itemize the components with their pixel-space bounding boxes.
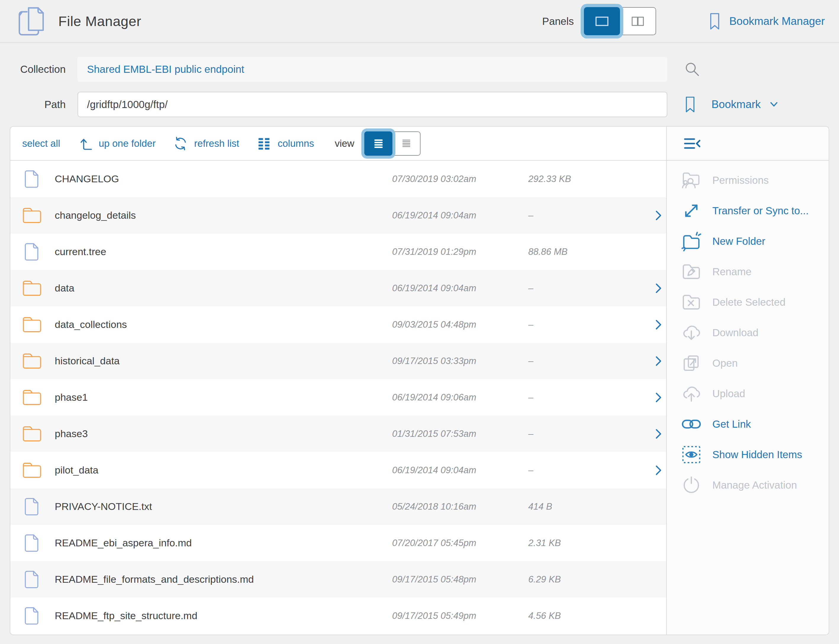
item-name: README_ftp_site_structure.md: [55, 610, 392, 621]
file-row-readme-ebi-aspera-info-md[interactable]: README_ebi_aspera_info.md 07/20/2017 05:…: [10, 525, 666, 561]
chevron-right-icon[interactable]: [647, 282, 665, 295]
collection-field[interactable]: Shared EMBL-EBI public endpoint: [77, 57, 667, 82]
item-type-icon: [22, 388, 55, 407]
bookmark-icon: [684, 96, 697, 113]
sidebar-item-label: Transfer or Sync to...: [713, 205, 808, 217]
condensed-view-button[interactable]: [392, 131, 420, 156]
delete-icon: [681, 291, 702, 313]
collection-name-link[interactable]: Shared EMBL-EBI public endpoint: [87, 63, 244, 75]
file-row-data-collections[interactable]: data_collections 09/03/2015 04:48pm –: [10, 306, 666, 343]
file-browser-card: select all up one folder refresh list co…: [10, 126, 829, 635]
item-size: 88.86 MB: [528, 246, 647, 257]
single-panel-icon: [594, 15, 610, 27]
new-folder-icon: [681, 230, 702, 252]
page-title: File Manager: [58, 13, 141, 29]
item-name: pilot_data: [55, 464, 392, 476]
chevron-right-icon[interactable]: [647, 464, 665, 477]
sidebar-item-label: Rename: [713, 266, 751, 278]
sidebar-item-download: Download: [667, 317, 829, 348]
path-row: Path Bookmark: [0, 92, 839, 117]
up-one-folder-icon: [77, 136, 93, 151]
file-row-readme-file-formats-and-descriptions-md[interactable]: README_file_formats_and_descriptions.md …: [10, 561, 666, 598]
item-size: –: [528, 319, 647, 330]
sidebar-item-new-folder[interactable]: New Folder: [667, 226, 829, 256]
sidebar-item-label: Download: [713, 327, 759, 338]
item-name: data_collections: [55, 319, 392, 330]
item-type-icon: [22, 169, 55, 189]
up-one-folder-button[interactable]: up one folder: [77, 136, 156, 151]
item-type-icon: [22, 315, 55, 334]
item-name: data: [55, 283, 392, 294]
open-icon: [681, 353, 702, 374]
columns-button[interactable]: columns: [256, 136, 314, 151]
item-size: –: [528, 210, 647, 221]
file-row-phase1[interactable]: phase1 06/19/2014 09:06am –: [10, 379, 666, 416]
sidebar-item-upload: Upload: [667, 378, 829, 409]
path-input[interactable]: [77, 92, 667, 117]
item-modified: 06/19/2014 09:06am: [392, 392, 528, 403]
search-icon[interactable]: [684, 61, 701, 78]
sidebar-menu: Permissions Transfer or Sync to... New F…: [666, 161, 829, 634]
sidebar-item-label: New Folder: [713, 235, 765, 247]
sidebar-item-delete-selected: Delete Selected: [667, 287, 829, 317]
sidebar-item-label: Permissions: [713, 174, 769, 186]
bookmark-dropdown-label: Bookmark: [711, 98, 761, 111]
item-size: 2.31 KB: [528, 538, 647, 549]
file-row-privacy-notice-txt[interactable]: PRIVACY-NOTICE.txt 05/24/2018 10:16am 41…: [10, 488, 666, 525]
item-size: 292.33 KB: [528, 174, 647, 184]
file-row-changelog[interactable]: CHANGELOG 07/30/2019 03:02am 292.33 KB: [10, 161, 666, 197]
sidebar-item-label: Open: [713, 357, 738, 369]
chevron-right-icon[interactable]: [647, 209, 665, 222]
item-modified: 05/24/2018 10:16am: [392, 501, 528, 512]
sidebar-item-show-hidden-items[interactable]: Show Hidden Items: [667, 439, 829, 470]
collection-row: Collection Shared EMBL-EBI public endpoi…: [0, 57, 839, 82]
file-row-phase3[interactable]: phase3 01/31/2015 07:53am –: [10, 416, 666, 452]
bookmark-manager-button[interactable]: Bookmark Manager: [708, 12, 825, 30]
sidebar-item-label: Delete Selected: [713, 296, 785, 308]
file-row-readme-ftp-site-structure-md[interactable]: README_ftp_site_structure.md 09/17/2015 …: [10, 598, 666, 634]
item-name: current.tree: [55, 246, 392, 258]
select-all-button[interactable]: select all: [22, 138, 60, 149]
item-modified: 06/19/2014 09:04am: [392, 283, 528, 294]
chevron-right-icon[interactable]: [647, 318, 665, 331]
item-type-icon: [22, 279, 55, 298]
item-size: 414 B: [528, 501, 647, 512]
item-size: –: [528, 392, 647, 403]
item-type-icon: [22, 460, 55, 480]
file-row-pilot-data[interactable]: pilot_data 06/19/2014 09:04am –: [10, 452, 666, 488]
item-modified: 06/19/2014 09:04am: [392, 210, 528, 221]
collection-label: Collection: [0, 63, 66, 75]
file-row-historical-data[interactable]: historical_data 09/17/2015 03:33pm –: [10, 343, 666, 379]
item-name: CHANGELOG: [55, 173, 392, 185]
dual-panel-button[interactable]: [620, 7, 656, 35]
refresh-list-button[interactable]: refresh list: [173, 136, 239, 151]
single-panel-button[interactable]: [584, 7, 620, 35]
item-modified: 07/30/2019 03:02am: [392, 174, 528, 184]
item-modified: 09/17/2015 05:48pm: [392, 574, 528, 585]
item-name: README_ebi_aspera_info.md: [55, 537, 392, 549]
file-row-current-tree[interactable]: current.tree 07/31/2019 01:29pm 88.86 MB: [10, 233, 666, 270]
chevron-right-icon[interactable]: [647, 391, 665, 404]
item-name: phase1: [55, 391, 392, 403]
panels-label: Panels: [542, 15, 574, 27]
sidebar-item-get-link[interactable]: Get Link: [667, 409, 829, 439]
collapse-sidebar-icon[interactable]: [683, 136, 701, 151]
permissions-icon: [681, 169, 702, 191]
sidebar-item-transfer-or-sync-to[interactable]: Transfer or Sync to...: [667, 196, 829, 226]
file-row-changelog-details[interactable]: changelog_details 06/19/2014 09:04am –: [10, 197, 666, 233]
sidebar-item-rename: Rename: [667, 256, 829, 287]
item-type-icon: [22, 497, 55, 516]
list-view-button[interactable]: [364, 131, 392, 156]
item-size: 4.56 KB: [528, 611, 647, 621]
item-name: phase3: [55, 428, 392, 440]
chevron-right-icon[interactable]: [647, 355, 665, 368]
bookmark-dropdown-button[interactable]: Bookmark: [684, 96, 780, 113]
refresh-icon: [173, 136, 188, 151]
get-link-icon: [681, 414, 702, 435]
upload-icon: [681, 383, 702, 404]
file-row-data[interactable]: data 06/19/2014 09:04am –: [10, 270, 666, 306]
item-type-icon: [22, 533, 55, 553]
location-section: Collection Shared EMBL-EBI public endpoi…: [0, 43, 839, 117]
item-name: README_file_formats_and_descriptions.md: [55, 573, 392, 585]
chevron-right-icon[interactable]: [647, 427, 665, 440]
